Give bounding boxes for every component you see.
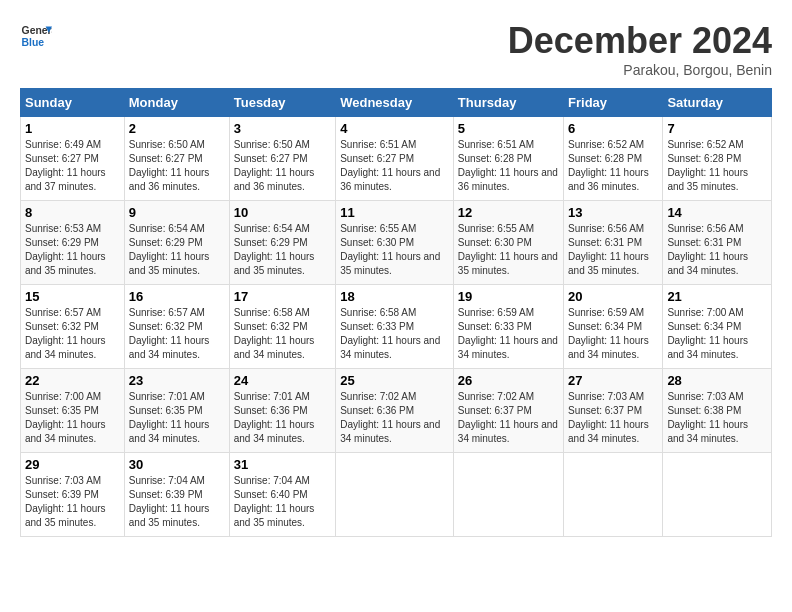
header-tuesday: Tuesday [229,89,335,117]
day-number: 29 [25,457,120,472]
day-info: Sunrise: 6:56 AM Sunset: 6:31 PM Dayligh… [667,222,767,278]
logo: General Blue [20,20,56,52]
calendar-cell: 19 Sunrise: 6:59 AM Sunset: 6:33 PM Dayl… [453,285,563,369]
title-block: December 2024 Parakou, Borgou, Benin [508,20,772,78]
day-number: 6 [568,121,658,136]
calendar-cell: 8 Sunrise: 6:53 AM Sunset: 6:29 PM Dayli… [21,201,125,285]
calendar-cell: 6 Sunrise: 6:52 AM Sunset: 6:28 PM Dayli… [564,117,663,201]
day-info: Sunrise: 7:04 AM Sunset: 6:39 PM Dayligh… [129,474,225,530]
day-info: Sunrise: 6:52 AM Sunset: 6:28 PM Dayligh… [667,138,767,194]
calendar-cell: 28 Sunrise: 7:03 AM Sunset: 6:38 PM Dayl… [663,369,772,453]
day-info: Sunrise: 6:55 AM Sunset: 6:30 PM Dayligh… [340,222,449,278]
day-info: Sunrise: 7:02 AM Sunset: 6:36 PM Dayligh… [340,390,449,446]
calendar-cell: 20 Sunrise: 6:59 AM Sunset: 6:34 PM Dayl… [564,285,663,369]
day-number: 15 [25,289,120,304]
logo-icon: General Blue [20,20,52,52]
day-info: Sunrise: 7:04 AM Sunset: 6:40 PM Dayligh… [234,474,331,530]
day-info: Sunrise: 6:51 AM Sunset: 6:27 PM Dayligh… [340,138,449,194]
day-info: Sunrise: 6:51 AM Sunset: 6:28 PM Dayligh… [458,138,559,194]
calendar-cell [663,453,772,537]
day-number: 30 [129,457,225,472]
day-info: Sunrise: 7:03 AM Sunset: 6:37 PM Dayligh… [568,390,658,446]
day-number: 5 [458,121,559,136]
day-number: 14 [667,205,767,220]
day-info: Sunrise: 6:56 AM Sunset: 6:31 PM Dayligh… [568,222,658,278]
svg-text:Blue: Blue [22,37,45,48]
month-title: December 2024 [508,20,772,62]
day-number: 2 [129,121,225,136]
day-number: 25 [340,373,449,388]
day-info: Sunrise: 6:59 AM Sunset: 6:34 PM Dayligh… [568,306,658,362]
day-number: 31 [234,457,331,472]
calendar-cell: 22 Sunrise: 7:00 AM Sunset: 6:35 PM Dayl… [21,369,125,453]
calendar-cell: 15 Sunrise: 6:57 AM Sunset: 6:32 PM Dayl… [21,285,125,369]
calendar-cell: 31 Sunrise: 7:04 AM Sunset: 6:40 PM Dayl… [229,453,335,537]
header-saturday: Saturday [663,89,772,117]
calendar-week-row: 8 Sunrise: 6:53 AM Sunset: 6:29 PM Dayli… [21,201,772,285]
day-number: 1 [25,121,120,136]
calendar-cell: 13 Sunrise: 6:56 AM Sunset: 6:31 PM Dayl… [564,201,663,285]
day-number: 4 [340,121,449,136]
day-number: 11 [340,205,449,220]
calendar-cell: 9 Sunrise: 6:54 AM Sunset: 6:29 PM Dayli… [124,201,229,285]
day-info: Sunrise: 7:00 AM Sunset: 6:34 PM Dayligh… [667,306,767,362]
day-number: 16 [129,289,225,304]
calendar-cell: 24 Sunrise: 7:01 AM Sunset: 6:36 PM Dayl… [229,369,335,453]
day-info: Sunrise: 7:03 AM Sunset: 6:39 PM Dayligh… [25,474,120,530]
day-number: 23 [129,373,225,388]
day-info: Sunrise: 6:57 AM Sunset: 6:32 PM Dayligh… [129,306,225,362]
day-info: Sunrise: 6:50 AM Sunset: 6:27 PM Dayligh… [234,138,331,194]
calendar-cell: 18 Sunrise: 6:58 AM Sunset: 6:33 PM Dayl… [336,285,454,369]
day-number: 24 [234,373,331,388]
header-friday: Friday [564,89,663,117]
calendar-cell: 25 Sunrise: 7:02 AM Sunset: 6:36 PM Dayl… [336,369,454,453]
header-monday: Monday [124,89,229,117]
day-number: 18 [340,289,449,304]
calendar-cell: 2 Sunrise: 6:50 AM Sunset: 6:27 PM Dayli… [124,117,229,201]
calendar-cell: 3 Sunrise: 6:50 AM Sunset: 6:27 PM Dayli… [229,117,335,201]
day-info: Sunrise: 6:58 AM Sunset: 6:33 PM Dayligh… [340,306,449,362]
calendar-cell: 11 Sunrise: 6:55 AM Sunset: 6:30 PM Dayl… [336,201,454,285]
page-header: General Blue December 2024 Parakou, Borg… [20,20,772,78]
day-number: 3 [234,121,331,136]
day-number: 10 [234,205,331,220]
calendar-cell [453,453,563,537]
calendar-cell: 16 Sunrise: 6:57 AM Sunset: 6:32 PM Dayl… [124,285,229,369]
day-info: Sunrise: 6:50 AM Sunset: 6:27 PM Dayligh… [129,138,225,194]
day-number: 13 [568,205,658,220]
day-info: Sunrise: 6:59 AM Sunset: 6:33 PM Dayligh… [458,306,559,362]
calendar-cell: 1 Sunrise: 6:49 AM Sunset: 6:27 PM Dayli… [21,117,125,201]
day-number: 26 [458,373,559,388]
day-info: Sunrise: 7:03 AM Sunset: 6:38 PM Dayligh… [667,390,767,446]
day-info: Sunrise: 7:00 AM Sunset: 6:35 PM Dayligh… [25,390,120,446]
header-thursday: Thursday [453,89,563,117]
calendar-cell [564,453,663,537]
calendar-week-row: 15 Sunrise: 6:57 AM Sunset: 6:32 PM Dayl… [21,285,772,369]
day-info: Sunrise: 6:54 AM Sunset: 6:29 PM Dayligh… [234,222,331,278]
calendar-cell: 29 Sunrise: 7:03 AM Sunset: 6:39 PM Dayl… [21,453,125,537]
calendar-table: Sunday Monday Tuesday Wednesday Thursday… [20,88,772,537]
day-number: 21 [667,289,767,304]
calendar-week-row: 1 Sunrise: 6:49 AM Sunset: 6:27 PM Dayli… [21,117,772,201]
day-info: Sunrise: 6:55 AM Sunset: 6:30 PM Dayligh… [458,222,559,278]
calendar-cell [336,453,454,537]
calendar-cell: 17 Sunrise: 6:58 AM Sunset: 6:32 PM Dayl… [229,285,335,369]
day-number: 27 [568,373,658,388]
day-info: Sunrise: 6:54 AM Sunset: 6:29 PM Dayligh… [129,222,225,278]
day-info: Sunrise: 7:02 AM Sunset: 6:37 PM Dayligh… [458,390,559,446]
calendar-cell: 7 Sunrise: 6:52 AM Sunset: 6:28 PM Dayli… [663,117,772,201]
day-info: Sunrise: 6:53 AM Sunset: 6:29 PM Dayligh… [25,222,120,278]
calendar-cell: 27 Sunrise: 7:03 AM Sunset: 6:37 PM Dayl… [564,369,663,453]
calendar-header-row: Sunday Monday Tuesday Wednesday Thursday… [21,89,772,117]
day-info: Sunrise: 6:49 AM Sunset: 6:27 PM Dayligh… [25,138,120,194]
calendar-cell: 21 Sunrise: 7:00 AM Sunset: 6:34 PM Dayl… [663,285,772,369]
day-info: Sunrise: 6:57 AM Sunset: 6:32 PM Dayligh… [25,306,120,362]
calendar-cell: 4 Sunrise: 6:51 AM Sunset: 6:27 PM Dayli… [336,117,454,201]
header-wednesday: Wednesday [336,89,454,117]
day-number: 20 [568,289,658,304]
calendar-cell: 10 Sunrise: 6:54 AM Sunset: 6:29 PM Dayl… [229,201,335,285]
calendar-cell: 12 Sunrise: 6:55 AM Sunset: 6:30 PM Dayl… [453,201,563,285]
day-info: Sunrise: 6:52 AM Sunset: 6:28 PM Dayligh… [568,138,658,194]
day-number: 8 [25,205,120,220]
day-number: 17 [234,289,331,304]
